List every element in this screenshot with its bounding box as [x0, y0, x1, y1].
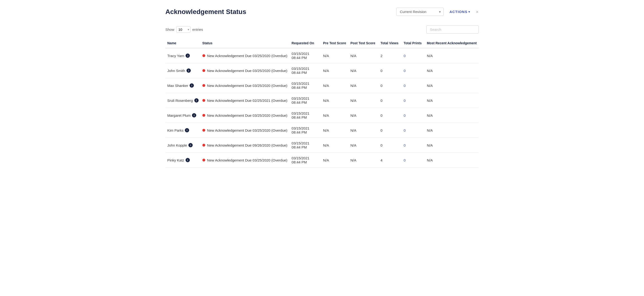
info-icon[interactable]: i	[190, 83, 194, 88]
info-icon[interactable]: i	[186, 68, 191, 73]
actions-button[interactable]: ACTIONS	[450, 10, 470, 14]
entries-select[interactable]: 10 25 50 100	[176, 26, 190, 33]
cell-post-test-score: N/A	[348, 78, 379, 93]
name-cell: John Kopplei	[167, 143, 198, 147]
status-dot	[202, 144, 205, 147]
cell-name: John Kopplei	[166, 138, 200, 153]
cell-requested-on: 03/15/2021 08:44 PM	[290, 48, 321, 63]
status-cell: New Acknowledgement Due 03/25/2020 (Over…	[202, 69, 288, 73]
col-header-pre: Pre Test Score	[321, 38, 348, 48]
cell-total-views: 4	[379, 153, 402, 168]
info-icon[interactable]: i	[192, 113, 196, 118]
status-text: New Acknowledgement Due 03/25/2020 (Over…	[207, 158, 288, 162]
status-text: New Acknowledgement Due 03/25/2020 (Over…	[207, 128, 288, 132]
cell-total-views: 0	[379, 138, 402, 153]
table-row: Pinky KatziNew Acknowledgement Due 03/25…	[166, 153, 478, 168]
status-text: New Acknowledgement Due 03/25/2020 (Over…	[207, 69, 288, 73]
status-cell: New Acknowledgement Due 03/25/2020 (Over…	[202, 54, 288, 58]
status-cell: New Acknowledgement Due 03/25/2020 (Over…	[202, 128, 288, 132]
cell-requested-on: 03/15/2021 08:44 PM	[290, 138, 321, 153]
col-header-post: Post Test Score	[348, 38, 379, 48]
status-dot	[202, 159, 205, 161]
cell-name: Sruli Rosenbergi	[166, 93, 200, 108]
cell-post-test-score: N/A	[348, 93, 379, 108]
status-text: New Acknowledgement Due 09/26/2020 (Over…	[207, 143, 288, 147]
name-cell: Max Shankeri	[167, 83, 198, 88]
cell-total-prints: 0	[402, 138, 425, 153]
cell-status: New Acknowledgement Due 03/25/2020 (Over…	[200, 108, 290, 123]
status-dot	[202, 54, 205, 57]
name-cell: John Smithi	[167, 68, 198, 73]
cell-most-recent-ack: N/A	[425, 63, 478, 78]
status-cell: New Acknowledgement Due 02/25/2021 (Over…	[202, 99, 288, 103]
cell-total-views: 0	[379, 123, 402, 138]
cell-requested-on: 03/15/2021 08:44 PM	[290, 78, 321, 93]
cell-most-recent-ack: N/A	[425, 93, 478, 108]
cell-total-prints: 0	[402, 63, 425, 78]
name-cell: Pinky Katzi	[167, 158, 198, 162]
name-cell: Sruli Rosenbergi	[167, 98, 198, 103]
col-header-recent: Most Recent Acknowledgement	[425, 38, 478, 48]
show-entries: Show 10 25 50 100 entries	[166, 26, 203, 33]
name-cell: Tracy Yarni	[167, 53, 198, 58]
status-cell: New Acknowledgement Due 03/25/2020 (Over…	[202, 84, 288, 88]
cell-post-test-score: N/A	[348, 138, 379, 153]
status-cell: New Acknowledgement Due 03/25/2020 (Over…	[202, 113, 288, 118]
cell-most-recent-ack: N/A	[425, 138, 478, 153]
info-icon[interactable]: i	[186, 53, 190, 58]
name-text: Pinky Katz	[167, 158, 184, 162]
data-table: Name Status Requested On Pre Test Score …	[166, 38, 478, 168]
table-row: Kim ParksiNew Acknowledgement Due 03/25/…	[166, 123, 478, 138]
status-dot	[202, 114, 205, 117]
info-icon[interactable]: i	[188, 143, 193, 147]
info-icon[interactable]: i	[185, 128, 189, 132]
name-cell: Margaret Plumi	[167, 113, 198, 118]
cell-pre-test-score: N/A	[321, 48, 348, 63]
name-text: John Kopple	[167, 143, 187, 147]
cell-pre-test-score: N/A	[321, 78, 348, 93]
header-row: Acknowledgement Status Current Revision …	[166, 7, 478, 16]
cell-post-test-score: N/A	[348, 48, 379, 63]
cell-post-test-score: N/A	[348, 153, 379, 168]
cell-pre-test-score: N/A	[321, 108, 348, 123]
status-text: New Acknowledgement Due 03/25/2020 (Over…	[207, 54, 288, 58]
info-icon[interactable]: i	[194, 98, 198, 103]
name-text: Margaret Plum	[167, 113, 190, 118]
header-row-tr: Name Status Requested On Pre Test Score …	[166, 38, 478, 48]
cell-name: John Smithi	[166, 63, 200, 78]
cell-status: New Acknowledgement Due 03/25/2020 (Over…	[200, 63, 290, 78]
cell-most-recent-ack: N/A	[425, 78, 478, 93]
cell-name: Tracy Yarni	[166, 48, 200, 63]
page-title: Acknowledgement Status	[166, 8, 246, 16]
entries-wrapper: 10 25 50 100	[176, 26, 190, 33]
table-row: Margaret PlumiNew Acknowledgement Due 03…	[166, 108, 478, 123]
name-text: Kim Parks	[167, 128, 184, 132]
name-cell: Kim Parksi	[167, 128, 198, 132]
search-input[interactable]	[426, 25, 478, 34]
status-dot	[202, 129, 205, 132]
close-button[interactable]: ×	[476, 9, 478, 14]
status-dot	[202, 99, 205, 102]
status-cell: New Acknowledgement Due 03/25/2020 (Over…	[202, 158, 288, 162]
cell-total-prints: 0	[402, 123, 425, 138]
cell-name: Margaret Plumi	[166, 108, 200, 123]
cell-status: New Acknowledgement Due 03/25/2020 (Over…	[200, 48, 290, 63]
cell-post-test-score: N/A	[348, 63, 379, 78]
cell-most-recent-ack: N/A	[425, 48, 478, 63]
col-header-prints: Total Prints	[402, 38, 425, 48]
cell-pre-test-score: N/A	[321, 93, 348, 108]
status-text: New Acknowledgement Due 02/25/2021 (Over…	[207, 99, 288, 103]
cell-post-test-score: N/A	[348, 123, 379, 138]
cell-total-prints: 0	[402, 108, 425, 123]
show-label: Show	[166, 27, 174, 31]
table-row: John KoppleiNew Acknowledgement Due 09/2…	[166, 138, 478, 153]
header-right: Current Revision ACTIONS ×	[396, 7, 478, 16]
cell-requested-on: 03/15/2021 08:44 PM	[290, 123, 321, 138]
table-row: Sruli RosenbergiNew Acknowledgement Due …	[166, 93, 478, 108]
cell-total-prints: 0	[402, 78, 425, 93]
cell-total-views: 0	[379, 78, 402, 93]
info-icon[interactable]: i	[186, 158, 190, 162]
name-text: Sruli Rosenberg	[167, 99, 193, 103]
revision-select[interactable]: Current Revision	[396, 7, 444, 16]
status-text: New Acknowledgement Due 03/25/2020 (Over…	[207, 113, 288, 118]
